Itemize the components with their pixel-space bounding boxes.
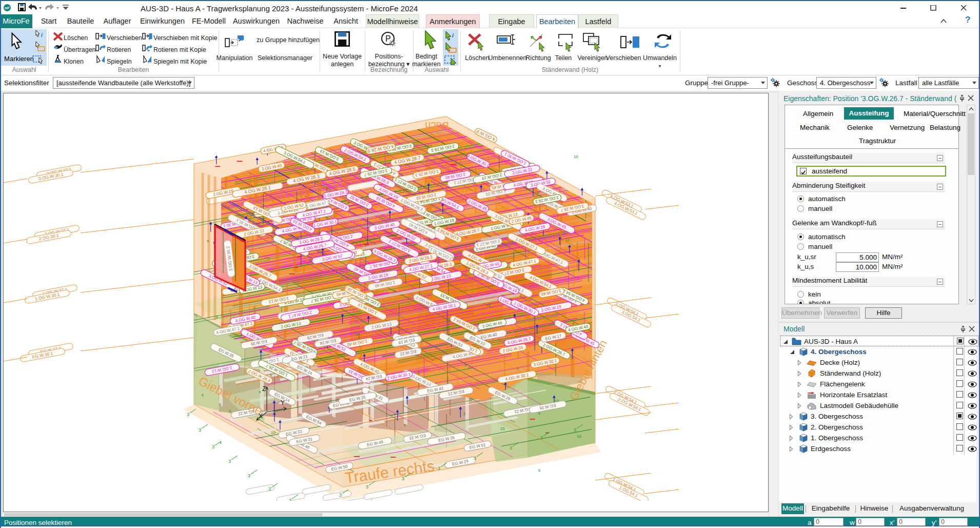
svg-text:s: s [347,200,349,205]
svg-text:Z: Z [262,385,266,393]
svg-text:X: X [259,413,263,420]
svg-text:s: s [202,393,204,397]
svg-text:3: 3 [366,484,368,490]
svg-text:3: 3 [438,466,440,471]
svg-text:s: s [538,468,540,473]
svg-text:3: 3 [212,444,214,449]
svg-text:s: s [356,332,358,337]
svg-text:3: 3 [339,493,342,498]
svg-text:3: 3 [509,445,512,451]
svg-text:nF: nF [5,6,10,10]
svg-text:s: s [517,366,519,370]
svg-text:+: + [147,60,150,63]
svg-text:s: s [309,258,311,263]
svg-text:3: 3 [199,427,201,433]
svg-text:s: s [443,328,445,333]
svg-text:3: 3 [187,412,189,417]
svg-text:3: 3 [228,459,231,464]
svg-text:P: P [385,34,391,43]
svg-text:3: 3 [474,456,476,461]
svg-text:3: 3 [463,412,465,416]
svg-text:s: s [207,239,209,243]
svg-text:10: 10 [500,426,505,431]
svg-text:s: s [572,321,574,326]
svg-text:5: 5 [464,363,467,367]
svg-text:Y: Y [281,399,285,406]
svg-text:3: 3 [215,315,218,319]
svg-text:3: 3 [248,473,250,478]
svg-text:s: s [259,389,261,394]
svg-text:s: s [537,190,539,195]
svg-text:i: i [452,32,454,38]
svg-text:s: s [488,302,491,306]
svg-text:3: 3 [268,486,271,492]
svg-text:10: 10 [271,431,276,435]
svg-text:s: s [219,402,221,406]
svg-text:s: s [404,423,406,427]
svg-text:+: + [147,48,150,53]
svg-text:Dach: Dach [425,120,449,131]
svg-text:s: s [220,440,222,445]
svg-text:3: 3 [269,373,272,378]
svg-text:10: 10 [574,154,578,159]
svg-text:3: 3 [402,476,404,481]
svg-text:10: 10 [577,434,581,439]
svg-text:10: 10 [565,238,570,242]
svg-text:3: 3 [289,498,291,501]
svg-text:3: 3 [540,435,543,440]
svg-text:3: 3 [574,427,576,433]
svg-text:i: i [41,32,43,38]
svg-text:+: + [148,36,151,42]
svg-text:3: 3 [229,409,231,414]
